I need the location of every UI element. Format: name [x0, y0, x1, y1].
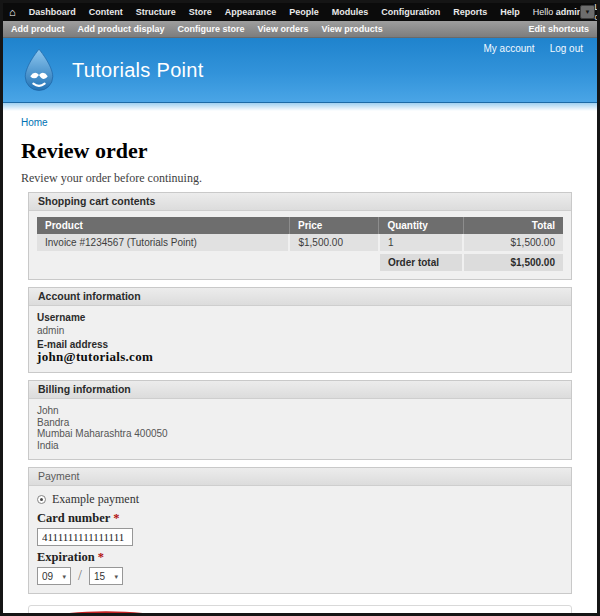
- chevron-down-icon: ▾: [62, 573, 66, 580]
- required-marker: *: [113, 511, 119, 525]
- drupal-admin-page: ⌂ Dashboard Content Structure Store Appe…: [0, 0, 600, 616]
- expiry-year-value: 15: [94, 571, 105, 582]
- billing-section: Billing information John Bandra Mumbai M…: [28, 380, 572, 460]
- page-title: Review order: [21, 139, 579, 163]
- header-user-links: My account Log out: [483, 43, 583, 54]
- form-actions: Continue to next step or Go back: [28, 605, 572, 616]
- expiry-month-value: 09: [42, 571, 53, 582]
- payment-method-row: Example payment: [37, 492, 563, 507]
- cell-price: $1,500.00: [289, 234, 378, 253]
- main-content: Home Review order Review your order befo…: [3, 117, 597, 616]
- edit-shortcuts-link[interactable]: Edit shortcuts: [528, 24, 589, 34]
- expiry-year-select[interactable]: 15 ▾: [89, 567, 123, 585]
- cart-header-row: Product Price Quantity Total: [37, 217, 563, 234]
- drupal-logo-icon[interactable]: [19, 48, 59, 93]
- col-price: Price: [289, 217, 378, 234]
- required-marker: *: [98, 550, 104, 564]
- my-account-link[interactable]: My account: [483, 43, 534, 54]
- greeting-username: admin: [556, 7, 583, 17]
- order-total-value: $1,500.00: [463, 253, 563, 272]
- col-quantity: Quantity: [379, 217, 463, 234]
- example-payment-radio[interactable]: [37, 495, 46, 504]
- billing-street: Bandra: [37, 417, 563, 429]
- billing-city: Mumbai Maharashtra 400050: [37, 428, 563, 440]
- shortcut-bar: Add product Add product display Configur…: [3, 21, 597, 38]
- admin-menu-people[interactable]: People: [289, 7, 319, 17]
- col-product: Product: [37, 217, 289, 234]
- admin-menu-help[interactable]: Help: [500, 7, 520, 17]
- col-total: Total: [463, 217, 563, 234]
- order-total-row: Order total $1,500.00: [37, 253, 563, 272]
- admin-menu-dashboard[interactable]: Dashboard: [29, 7, 76, 17]
- admin-menu-modules[interactable]: Modules: [332, 7, 369, 17]
- admin-menu-reports[interactable]: Reports: [453, 7, 487, 17]
- cart-body: Product Price Quantity Total Invoice #12…: [29, 211, 571, 279]
- cart-legend: Shopping cart contents: [29, 193, 571, 211]
- cell-total: $1,500.00: [463, 234, 563, 253]
- cart-item-row: Invoice #1234567 (Tutorials Point) $1,50…: [37, 234, 563, 253]
- greeting-text: Hello admin: [533, 7, 583, 17]
- billing-country: India: [37, 440, 563, 452]
- expiration-row: 09 ▾ / 15 ▾: [37, 567, 563, 585]
- toolbar-toggle-button[interactable]: ▼: [580, 5, 595, 19]
- email-value: john@tutorials.com: [37, 350, 563, 364]
- payment-section: Payment Example payment Card number * Ex…: [28, 467, 572, 594]
- payment-method-label: Example payment: [52, 492, 139, 507]
- account-legend: Account information: [29, 288, 571, 306]
- header-logout-link[interactable]: Log out: [550, 43, 583, 54]
- expiry-month-select[interactable]: 09 ▾: [37, 567, 71, 585]
- breadcrumb: Home: [21, 117, 579, 129]
- account-section: Account information Username admin E-mai…: [28, 287, 572, 373]
- shortcut-add-product[interactable]: Add product: [11, 24, 65, 34]
- expiry-separator: /: [78, 568, 82, 584]
- toolbar-logout-link[interactable]: Log out: [594, 2, 600, 22]
- cell-quantity: 1: [379, 234, 463, 253]
- shortcut-add-product-display[interactable]: Add product display: [78, 24, 165, 34]
- site-name[interactable]: Tutorials Point: [72, 59, 204, 82]
- cell-product: Invoice #1234567 (Tutorials Point): [37, 234, 289, 253]
- admin-menu-content[interactable]: Content: [89, 7, 123, 17]
- admin-menu-structure[interactable]: Structure: [136, 7, 176, 17]
- empty-cell: [37, 253, 289, 272]
- red-circle-annotation: [28, 610, 184, 616]
- billing-legend: Billing information: [29, 381, 571, 399]
- payment-legend: Payment: [29, 468, 571, 486]
- admin-menu-configuration[interactable]: Configuration: [381, 7, 440, 17]
- admin-menu-appearance[interactable]: Appearance: [225, 7, 277, 17]
- admin-toolbar: ⌂ Dashboard Content Structure Store Appe…: [3, 3, 597, 21]
- chevron-down-icon: ▾: [114, 573, 118, 580]
- shortcut-view-orders[interactable]: View orders: [258, 24, 309, 34]
- breadcrumb-home-link[interactable]: Home: [21, 117, 48, 128]
- payment-body: Example payment Card number * Expiration…: [29, 486, 571, 593]
- admin-menu: Dashboard Content Structure Store Appear…: [29, 7, 520, 17]
- order-total-label: Order total: [379, 253, 463, 272]
- admin-menu-store[interactable]: Store: [189, 7, 212, 17]
- card-number-input[interactable]: [37, 528, 133, 546]
- chevron-down-icon: ▼: [585, 9, 591, 15]
- username-label: Username: [37, 312, 563, 323]
- billing-body: John Bandra Mumbai Maharashtra 400050 In…: [29, 399, 571, 459]
- header-fade-strip: [3, 102, 597, 111]
- card-number-label: Card number *: [37, 512, 563, 525]
- shortcut-configure-store[interactable]: Configure store: [178, 24, 245, 34]
- site-header: My account Log out Tutorials Point: [3, 38, 597, 102]
- home-icon[interactable]: ⌂: [9, 7, 16, 18]
- intro-text: Review your order before continuing.: [21, 172, 579, 185]
- empty-cell: [289, 253, 378, 272]
- username-value: admin: [37, 325, 563, 336]
- account-body: Username admin E-mail address john@tutor…: [29, 306, 571, 372]
- cart-section: Shopping cart contents Product Price Qua…: [28, 192, 572, 280]
- expiration-label: Expiration *: [37, 551, 563, 564]
- billing-name: John: [37, 405, 563, 417]
- shortcut-view-products[interactable]: View products: [321, 24, 382, 34]
- cart-table: Product Price Quantity Total Invoice #12…: [37, 217, 563, 271]
